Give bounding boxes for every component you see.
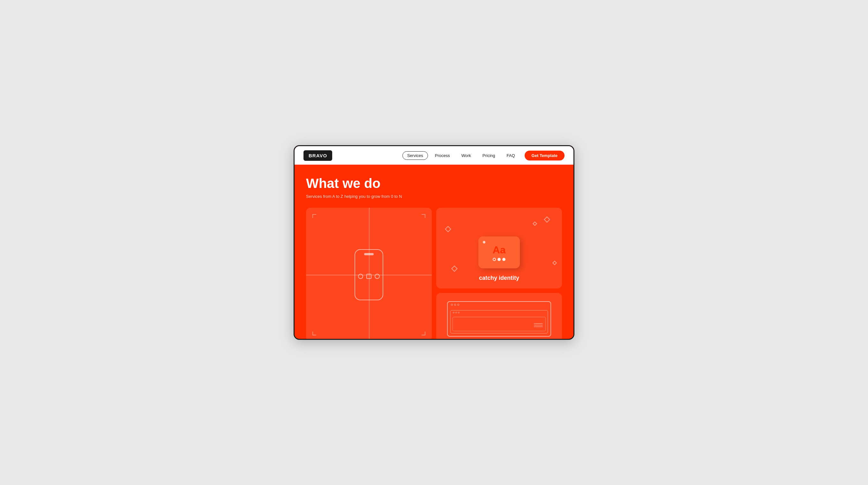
inner-dot-1	[453, 312, 455, 313]
inner-frame-2	[453, 317, 546, 331]
phone-body	[354, 249, 383, 300]
identity-card: Aa	[478, 236, 520, 268]
browser-dots-illustration	[451, 304, 459, 306]
diamond-decoration-3	[451, 265, 458, 272]
browser-frame-illustration	[447, 301, 551, 336]
diamond-decoration-2	[445, 226, 451, 232]
identity-illustration: Aa	[475, 233, 523, 271]
identity-dots	[493, 258, 505, 261]
inner-dot-2	[455, 312, 457, 313]
corner-tick-tl	[312, 214, 316, 218]
phone-icon-square	[366, 274, 371, 279]
identity-dot-outline-1	[493, 258, 496, 261]
diamond-decoration-5	[552, 261, 557, 265]
inner-frame-1	[450, 310, 548, 333]
phone-icon-circle-2	[375, 274, 380, 279]
browser-dot-2	[454, 304, 456, 306]
nav-services[interactable]: Services	[402, 151, 428, 160]
identity-card-label: catchy identity	[479, 275, 519, 282]
phone-illustration	[354, 249, 383, 300]
inner-lines	[534, 323, 543, 327]
nav-faq[interactable]: FAQ	[502, 152, 520, 160]
identity-dot-filled-2	[502, 258, 505, 261]
identity-aa-text: Aa	[493, 244, 506, 256]
corner-tick-bl	[312, 331, 316, 335]
inner-dot-3	[458, 312, 460, 313]
inner-line-1	[534, 323, 543, 324]
web-illustration	[436, 293, 562, 339]
browser-window: BRAVO Services Process Work Pricing FAQ …	[293, 145, 575, 340]
get-template-button[interactable]: Get Template	[525, 151, 564, 161]
identity-card-dot	[483, 241, 485, 244]
nav-links: Services Process Work Pricing FAQ	[402, 151, 520, 160]
card-identity: Aa catchy identity	[436, 208, 562, 288]
browser-dot-1	[451, 304, 453, 306]
phone-icon-circle-1	[358, 274, 363, 279]
cards-grid: Aa catchy identity	[306, 208, 562, 339]
inner-line-3	[534, 326, 543, 327]
main-content: What we do Services from A to Z helping …	[294, 165, 574, 339]
section-title: What we do	[306, 176, 562, 191]
corner-tick-br	[422, 331, 425, 335]
nav-pricing[interactable]: Pricing	[478, 152, 500, 160]
nav-process[interactable]: Process	[431, 152, 455, 160]
card-web	[436, 293, 562, 339]
phone-icons	[358, 274, 380, 279]
diamond-decoration-4	[533, 221, 537, 226]
navbar: BRAVO Services Process Work Pricing FAQ …	[294, 146, 574, 165]
diamond-decoration-1	[544, 216, 550, 223]
identity-dot-filled-1	[497, 258, 501, 261]
nav-work[interactable]: Work	[457, 152, 475, 160]
inner-line-2	[534, 325, 543, 325]
section-subtitle: Services from A to Z helping you to grow…	[306, 194, 562, 199]
logo[interactable]: BRAVO	[304, 150, 332, 161]
inner-frame-dots	[453, 312, 460, 313]
browser-dot-3	[457, 304, 459, 306]
phone-notch	[364, 253, 374, 255]
card-mobile	[306, 208, 432, 339]
corner-tick-tr	[422, 214, 425, 218]
